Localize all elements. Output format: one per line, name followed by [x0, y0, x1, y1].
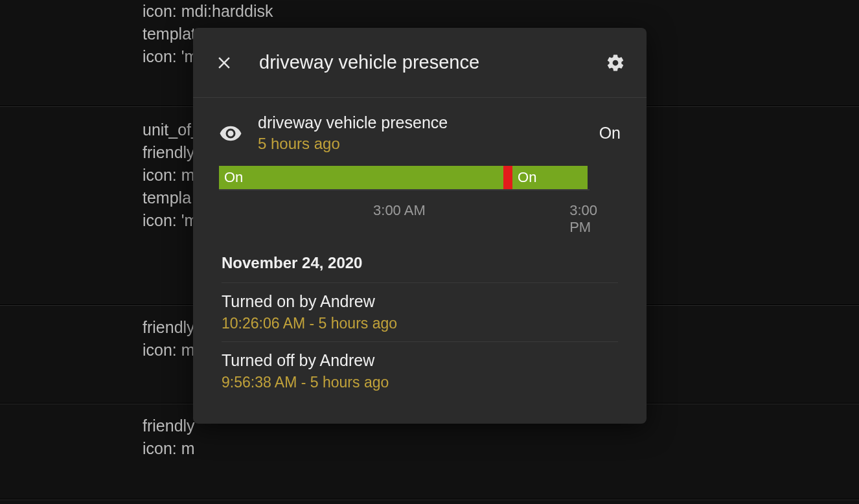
gear-icon[interactable] — [602, 50, 628, 76]
history-timeline: OnOn 3:00 AM3:00 PM — [193, 161, 647, 228]
timeline-segment-label: On — [518, 169, 536, 186]
background-line: icon: mdi:harddisk — [143, 0, 859, 23]
entity-name: driveway vehicle presence — [258, 113, 599, 132]
timeline-bar[interactable]: OnOn — [219, 166, 590, 189]
timeline-segment-on[interactable]: On — [512, 166, 588, 189]
timeline-ticks: 3:00 AM3:00 PM — [219, 202, 595, 228]
logbook: November 24, 2020 Turned on by Andrew10:… — [193, 228, 647, 424]
logbook-timestamp: 10:26:06 AM - 5 hours ago — [222, 315, 618, 332]
entity-state-row: driveway vehicle presence 5 hours ago On — [193, 98, 647, 161]
timeline-underline — [219, 189, 590, 190]
logbook-entry[interactable]: Turned off by Andrew9:56:38 AM - 5 hours… — [222, 341, 618, 400]
background-row: friendlyicon: mdi:battery-minus — [0, 499, 859, 504]
entity-state: On — [599, 124, 621, 143]
entity-updated-ago: 5 hours ago — [258, 135, 599, 153]
timeline-segment-label: On — [224, 169, 243, 186]
modal-title: driveway vehicle presence — [237, 52, 602, 73]
modal-header: driveway vehicle presence — [193, 28, 647, 98]
logbook-entry[interactable]: Turned on by Andrew10:26:06 AM - 5 hours… — [222, 282, 618, 341]
logbook-event: Turned on by Andrew — [222, 292, 618, 311]
logbook-date: November 24, 2020 — [222, 254, 618, 282]
timeline-segment-on[interactable]: On — [219, 166, 503, 189]
timeline-tick: 3:00 PM — [569, 202, 597, 236]
logbook-timestamp: 9:56:38 AM - 5 hours ago — [222, 374, 618, 391]
eye-icon — [219, 122, 258, 145]
close-icon[interactable] — [211, 50, 237, 76]
logbook-event: Turned off by Andrew — [222, 351, 618, 370]
entity-info: driveway vehicle presence 5 hours ago — [258, 113, 599, 153]
entity-modal: driveway vehicle presence driveway vehic… — [193, 28, 647, 424]
timeline-segment-off[interactable] — [503, 166, 512, 189]
timeline-tick: 3:00 AM — [373, 202, 426, 219]
background-line: icon: m — [143, 437, 859, 460]
